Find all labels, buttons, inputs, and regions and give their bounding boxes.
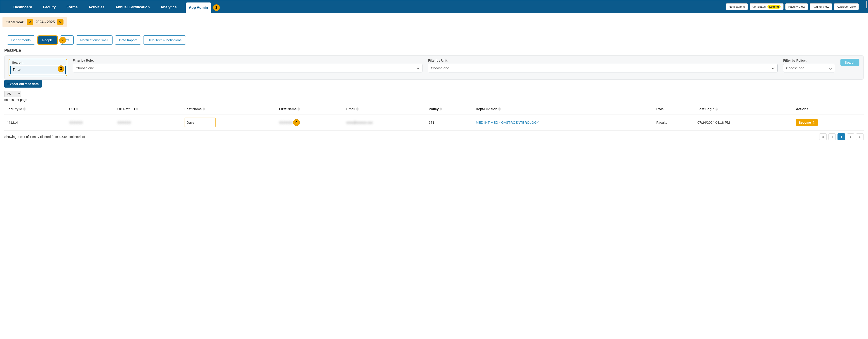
- admin-subtabs: Departments People 2 rts Notifications/E…: [0, 31, 868, 47]
- sort-icon: [76, 107, 78, 111]
- sort-icon: [356, 107, 359, 111]
- subtab-people[interactable]: People: [38, 36, 57, 44]
- entries-per-page: 25 entries per page: [4, 91, 864, 102]
- col-role[interactable]: Role: [654, 105, 695, 114]
- cell-role: Faculty: [654, 114, 695, 131]
- nav-tab-activities[interactable]: Activities: [87, 2, 106, 13]
- table-row: 441214 XXXXXX XXXXXX Dave XXXXXX 4 xxxx@…: [4, 114, 864, 131]
- callout-1: 1: [213, 4, 220, 11]
- cell-actions: Become: [794, 114, 864, 131]
- filter-unit-select[interactable]: Choose one: [428, 64, 778, 72]
- toggle-icon: [752, 6, 756, 8]
- callout-4: 4: [293, 119, 300, 126]
- sort-icon: [440, 107, 442, 111]
- filter-unit-label: Filter by Unit:: [428, 59, 778, 62]
- notifications-button[interactable]: Notifications: [726, 3, 748, 10]
- cell-dept-link[interactable]: MED INT MED - GASTROENTEROLOGY: [473, 114, 654, 131]
- cell-first-name: XXXXXX 4: [277, 114, 344, 131]
- cell-last-login: 07/24/2024 04:18 PM: [695, 114, 794, 131]
- nav-tabs: Dashboard Faculty Forms Activities Annua…: [11, 0, 211, 13]
- subtab-data-import[interactable]: Data Import: [115, 35, 141, 45]
- pager-prev[interactable]: ‹: [829, 133, 836, 140]
- top-nav-right: Notifications Status Legend Faculty View…: [726, 3, 859, 10]
- cell-uc-path-id: XXXXXX: [115, 114, 182, 131]
- fiscal-year-prev-button[interactable]: <: [27, 19, 33, 25]
- callout-2: 2: [59, 37, 66, 43]
- nav-tab-app-admin[interactable]: App Admin: [186, 2, 211, 13]
- search-button[interactable]: Search: [840, 59, 860, 66]
- become-button[interactable]: Become: [796, 119, 817, 126]
- redacted-value: XXXXXX: [69, 121, 83, 124]
- user-icon: [812, 121, 815, 124]
- sort-icon: [23, 107, 26, 111]
- nav-tab-dashboard[interactable]: Dashboard: [11, 2, 34, 13]
- approver-view-button[interactable]: Approver View: [834, 3, 859, 10]
- search-input[interactable]: [10, 66, 66, 74]
- col-policy[interactable]: Policy: [427, 105, 473, 114]
- col-actions: Actions: [794, 105, 864, 114]
- nav-tab-forms[interactable]: Forms: [65, 2, 80, 13]
- col-dept[interactable]: Dept/Division: [473, 105, 654, 114]
- sort-icon: [298, 107, 300, 111]
- filter-policy-label: Filter by Policy:: [783, 59, 835, 62]
- export-button[interactable]: Export current data: [4, 80, 42, 88]
- filter-role-select[interactable]: Choose one: [73, 64, 423, 72]
- auditor-view-button[interactable]: Auditor View: [810, 3, 832, 10]
- nav-tab-faculty[interactable]: Faculty: [41, 2, 58, 13]
- people-table: Faculty Id UID UC Path ID Last Name Firs…: [4, 105, 864, 131]
- entries-per-page-select[interactable]: 25: [4, 91, 21, 97]
- status-label: Status: [757, 5, 766, 8]
- section-title: PEOPLE: [4, 48, 864, 53]
- redacted-value: XXXXXX: [118, 121, 131, 124]
- pager-next[interactable]: ›: [847, 133, 854, 140]
- subtab-help-text[interactable]: Help Text & Definitions: [143, 35, 186, 45]
- cell-email: xxxx@xxxxxx.xxx: [344, 114, 427, 131]
- cell-last-name: Dave: [182, 114, 277, 131]
- fiscal-year-next-button[interactable]: >: [57, 19, 63, 25]
- col-email[interactable]: Email: [344, 105, 427, 114]
- fiscal-year-value: 2024 - 2025: [35, 20, 55, 24]
- table-footer: Showing 1 to 1 of 1 entry (filtered from…: [4, 131, 864, 145]
- col-faculty-id[interactable]: Faculty Id: [4, 105, 67, 114]
- status-legend-button[interactable]: Status Legend: [750, 3, 784, 10]
- cell-policy: 671: [427, 114, 473, 131]
- pager-first[interactable]: «: [819, 133, 827, 140]
- col-uc-path-id[interactable]: UC Path ID: [115, 105, 182, 114]
- nav-tab-analytics[interactable]: Analytics: [159, 2, 179, 13]
- last-name-link[interactable]: Dave: [187, 121, 194, 124]
- showing-text: Showing 1 to 1 of 1 entry (filtered from…: [4, 135, 85, 139]
- cell-faculty-id: 441214: [4, 114, 67, 131]
- faculty-view-button[interactable]: Faculty View: [785, 3, 808, 10]
- svg-point-0: [813, 122, 814, 122]
- search-label: Search:: [10, 60, 66, 64]
- col-first-name[interactable]: First Name: [277, 105, 344, 114]
- fiscal-year-label: Fiscal Year:: [6, 20, 24, 24]
- filter-role-label: Filter by Role:: [73, 59, 423, 62]
- entries-per-page-label: entries per page: [4, 98, 864, 102]
- col-uid[interactable]: UID: [67, 105, 115, 114]
- pager-last[interactable]: »: [856, 133, 864, 140]
- fiscal-year-bar: Fiscal Year: < 2024 - 2025 >: [2, 17, 67, 27]
- sort-icon: [136, 107, 138, 111]
- top-nav: Dashboard Faculty Forms Activities Annua…: [0, 0, 868, 13]
- cell-uid: XXXXXX: [67, 114, 115, 131]
- sort-icon: [498, 107, 501, 111]
- nav-tab-annual-certification[interactable]: Annual Certification: [114, 2, 152, 13]
- sort-icon: [203, 107, 205, 111]
- scrollbar[interactable]: [866, 1, 867, 8]
- pager: « ‹ 1 › »: [819, 133, 864, 140]
- subtab-departments[interactable]: Departments: [7, 35, 35, 45]
- col-last-login[interactable]: Last Login: [695, 105, 794, 114]
- filter-policy-select[interactable]: Choose one: [783, 64, 835, 72]
- subtab-notifications-email[interactable]: Notifications/Email: [76, 35, 112, 45]
- redacted-value: xxxx@xxxxxx.xxx: [346, 121, 373, 124]
- pager-page-1[interactable]: 1: [837, 133, 845, 140]
- sort-icon: [715, 107, 718, 111]
- callout-3: 3: [58, 65, 64, 72]
- col-last-name[interactable]: Last Name: [182, 105, 277, 114]
- filters-panel: Search: 3 Filter by Role: Choose one Fil…: [4, 55, 864, 80]
- legend-badge: Legend: [768, 5, 781, 8]
- first-name-link[interactable]: XXXXXX: [279, 121, 292, 124]
